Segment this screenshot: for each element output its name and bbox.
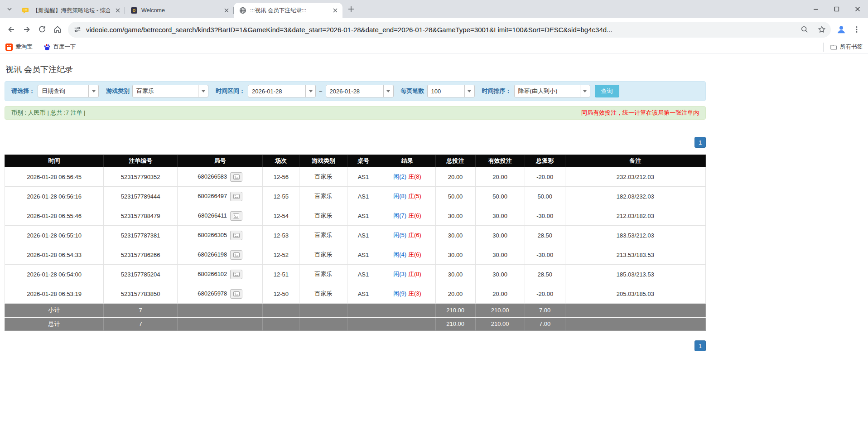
date-start-select[interactable]: 2026-01-28 bbox=[248, 85, 316, 97]
subtotal-count: 7 bbox=[104, 304, 178, 317]
table-row: 2026-01-28 06:56:45 523157790352 6802665… bbox=[5, 167, 706, 187]
chevron-down-icon bbox=[7, 6, 12, 12]
tab-search-button[interactable] bbox=[4, 3, 15, 15]
subtotal-row: 小计 7 210.00 210.00 7.00 bbox=[5, 304, 706, 317]
cell-table-no: AS1 bbox=[347, 265, 379, 284]
tab-bet-record[interactable]: :::视讯 会员下注纪录::: bbox=[234, 3, 342, 18]
chevron-down-icon bbox=[305, 85, 315, 97]
bookmark-taobao[interactable]: 爱淘宝 bbox=[5, 43, 33, 51]
date-start-value: 2026-01-28 bbox=[248, 85, 305, 97]
header-time: 时间 bbox=[5, 155, 104, 167]
page-1-button[interactable]: 1 bbox=[694, 137, 706, 148]
cell-payout: 28.50 bbox=[525, 226, 565, 245]
cell-round-no: 680266583 bbox=[178, 167, 263, 187]
round-detail-button[interactable] bbox=[230, 172, 242, 182]
bookmark-baidu[interactable]: 百度一下 bbox=[43, 43, 76, 51]
tab-close-icon[interactable] bbox=[222, 7, 230, 15]
maximize-button[interactable] bbox=[826, 0, 847, 18]
cell-valid-bet: 30.00 bbox=[475, 245, 525, 265]
tab-close-icon[interactable] bbox=[331, 7, 339, 15]
cell-total-bet[interactable]: 20.00 bbox=[435, 167, 475, 187]
refresh-button[interactable] bbox=[34, 22, 50, 37]
url-text[interactable]: videoie.com/game/betrecord_search/kind3?… bbox=[86, 26, 794, 34]
forward-button[interactable] bbox=[19, 22, 34, 37]
header-total-bet: 总投注 bbox=[435, 155, 475, 167]
cell-round-no: 680266305 bbox=[178, 226, 263, 245]
folder-icon bbox=[830, 44, 837, 51]
home-button[interactable] bbox=[50, 22, 65, 37]
cell-game-type: 百家乐 bbox=[299, 245, 347, 265]
profile-button[interactable] bbox=[834, 22, 849, 37]
cell-total-bet[interactable]: 30.00 bbox=[435, 265, 475, 284]
game-type-select[interactable]: 百家乐 bbox=[132, 85, 208, 97]
close-window-button[interactable] bbox=[847, 0, 868, 18]
chevron-down-icon bbox=[88, 85, 98, 97]
round-detail-button[interactable] bbox=[230, 211, 242, 221]
new-tab-button[interactable] bbox=[345, 3, 357, 15]
header-result: 结果 bbox=[379, 155, 435, 167]
round-detail-button[interactable] bbox=[230, 192, 242, 201]
game-type-label: 游戏类别 bbox=[106, 87, 130, 95]
cell-total-bet[interactable]: 30.00 bbox=[435, 226, 475, 245]
search-button[interactable]: 查询 bbox=[595, 85, 619, 97]
forward-icon bbox=[22, 25, 31, 34]
sort-value: 降幂(由大到小) bbox=[515, 85, 580, 97]
home-icon bbox=[53, 25, 62, 34]
menu-button[interactable] bbox=[849, 22, 864, 37]
round-detail-button[interactable] bbox=[230, 270, 242, 279]
cell-game-type: 百家乐 bbox=[299, 206, 347, 226]
bookmark-star-button[interactable] bbox=[815, 23, 828, 36]
cell-round-no: 680266102 bbox=[178, 265, 263, 284]
sort-select[interactable]: 降幂(由大到小) bbox=[514, 85, 590, 97]
bookmark-label: 百度一下 bbox=[53, 43, 76, 51]
cell-total-bet[interactable]: 30.00 bbox=[435, 206, 475, 226]
total-label: 总计 bbox=[5, 317, 104, 331]
cell-session: 12-53 bbox=[263, 226, 299, 245]
per-page-select[interactable]: 100 bbox=[427, 85, 475, 97]
total-payout: 7.00 bbox=[525, 317, 565, 331]
zoom-button[interactable] bbox=[798, 23, 811, 36]
result-banker: 庄(5) bbox=[408, 193, 421, 199]
round-detail-button[interactable] bbox=[230, 250, 242, 260]
cell-session: 12-55 bbox=[263, 187, 299, 206]
header-payout: 总派彩 bbox=[525, 155, 565, 167]
header-bet-no: 注单编号 bbox=[104, 155, 178, 167]
cell-total-bet[interactable]: 50.00 bbox=[435, 187, 475, 206]
date-end-select[interactable]: 2026-01-28 bbox=[326, 85, 394, 97]
taobao-icon bbox=[5, 44, 13, 51]
result-banker: 庄(6) bbox=[408, 212, 421, 219]
picture-icon bbox=[233, 252, 240, 257]
header-valid-bet: 有效投注 bbox=[475, 155, 525, 167]
table-row: 2026-01-28 06:55:46 523157788479 6802664… bbox=[5, 206, 706, 226]
tab-title: :::视讯 会员下注纪录::: bbox=[250, 7, 328, 15]
bookmark-label: 爱淘宝 bbox=[15, 43, 33, 51]
tab-close-icon[interactable] bbox=[114, 7, 121, 15]
back-button[interactable] bbox=[4, 22, 19, 37]
round-detail-button[interactable] bbox=[230, 231, 242, 240]
picture-icon bbox=[233, 174, 240, 179]
tab-welcome[interactable]: Welcome bbox=[125, 3, 234, 18]
total-valid-bet: 210.00 bbox=[475, 317, 525, 331]
cell-remark: 185.03/213.53 bbox=[565, 265, 705, 284]
round-detail-button[interactable] bbox=[230, 289, 242, 299]
close-icon bbox=[855, 6, 860, 12]
sort-label: 时间排序： bbox=[482, 87, 511, 95]
pagination-bottom: 1 bbox=[5, 340, 706, 351]
tab-bar: 【新提醒】海燕策略论坛 - 综合 Welcome :::视讯 会员下注纪录::: bbox=[0, 0, 868, 18]
plus-icon bbox=[348, 6, 354, 12]
address-bar[interactable]: videoie.com/game/betrecord_search/kind3?… bbox=[68, 22, 831, 38]
cell-result: 闲(3)庄(8) bbox=[379, 265, 435, 284]
tab-forum[interactable]: 【新提醒】海燕策略论坛 - 综合 bbox=[16, 3, 125, 18]
minimize-button[interactable] bbox=[805, 0, 826, 18]
site-info-icon[interactable] bbox=[73, 25, 82, 34]
cell-session: 12-51 bbox=[263, 265, 299, 284]
baidu-icon bbox=[43, 44, 51, 51]
cell-total-bet[interactable]: 30.00 bbox=[435, 245, 475, 265]
query-type-select[interactable]: 日期查询 bbox=[38, 85, 99, 97]
cell-total-bet[interactable]: 20.00 bbox=[435, 284, 475, 304]
chevron-down-icon bbox=[580, 85, 590, 97]
bookmarks-bar: 爱淘宝 百度一下 所有书签 bbox=[0, 41, 868, 53]
page-1-button[interactable]: 1 bbox=[694, 340, 706, 351]
all-bookmarks-button[interactable]: 所有书签 bbox=[823, 43, 863, 52]
round-no-text: 680266411 bbox=[198, 212, 227, 218]
